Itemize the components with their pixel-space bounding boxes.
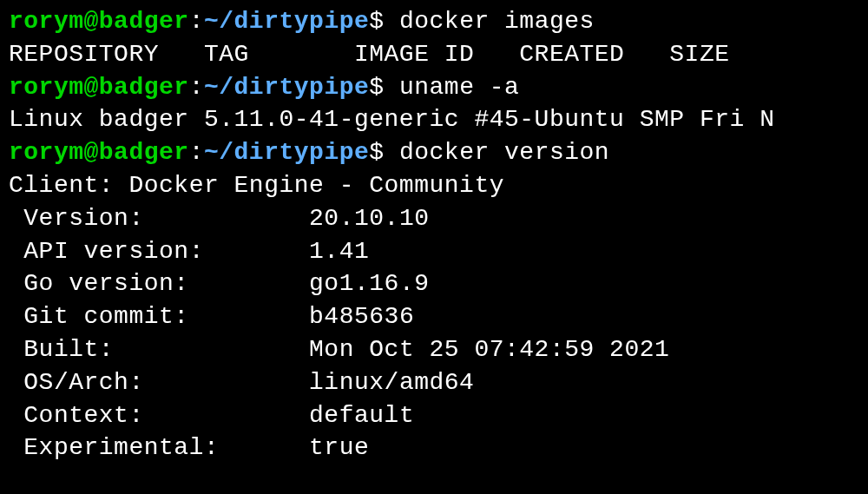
kv-value: default [309, 399, 414, 432]
kv-value: go1.16.9 [309, 267, 429, 300]
kv-version: Version: 20.10.10 [9, 202, 859, 235]
kv-label: Built: [9, 333, 309, 366]
prompt-line-1: rorym@badger:~/dirtypipe$ docker images [9, 5, 859, 38]
kv-value: Mon Oct 25 07:42:59 2021 [309, 333, 669, 366]
dollar: $ [369, 74, 384, 101]
kv-experimental: Experimental: true [9, 431, 859, 464]
kv-value: true [309, 431, 369, 464]
kv-value: 20.10.10 [309, 202, 429, 235]
docker-images-header: REPOSITORY TAG IMAGE ID CREATED SIZE [9, 38, 859, 71]
kv-built: Built: Mon Oct 25 07:42:59 2021 [9, 333, 859, 366]
command-text[interactable]: docker version [399, 139, 609, 166]
colon: : [189, 74, 204, 101]
dollar: $ [369, 139, 384, 166]
kv-value: linux/amd64 [309, 366, 474, 399]
kv-os-arch: OS/Arch: linux/amd64 [9, 366, 859, 399]
kv-label: Experimental: [9, 431, 309, 464]
kv-context: Context: default [9, 399, 859, 432]
command-text[interactable]: uname -a [399, 74, 519, 101]
docker-version-header: Client: Docker Engine - Community [9, 169, 859, 202]
colon: : [189, 8, 204, 35]
kv-api-version: API version: 1.41 [9, 235, 859, 268]
prompt-line-3: rorym@badger:~/dirtypipe$ docker version [9, 136, 859, 169]
user-host: rorym@badger [9, 139, 189, 166]
prompt-line-2: rorym@badger:~/dirtypipe$ uname -a [9, 71, 859, 104]
uname-output: Linux badger 5.11.0-41-generic #45-Ubunt… [9, 103, 859, 136]
kv-git-commit: Git commit: b485636 [9, 300, 859, 333]
kv-value: 1.41 [309, 235, 369, 268]
command-text[interactable]: docker images [399, 8, 595, 35]
colon: : [189, 139, 204, 166]
kv-go-version: Go version: go1.16.9 [9, 267, 859, 300]
dollar: $ [369, 8, 384, 35]
path: ~/dirtypipe [204, 139, 369, 166]
user-host: rorym@badger [9, 8, 189, 35]
kv-value: b485636 [309, 300, 414, 333]
user-host: rorym@badger [9, 74, 189, 101]
path: ~/dirtypipe [204, 74, 369, 101]
kv-label: OS/Arch: [9, 366, 309, 399]
kv-label: Version: [9, 202, 309, 235]
kv-label: Context: [9, 399, 309, 432]
kv-label: Git commit: [9, 300, 309, 333]
kv-label: Go version: [9, 267, 309, 300]
kv-label: API version: [9, 235, 309, 268]
path: ~/dirtypipe [204, 8, 369, 35]
